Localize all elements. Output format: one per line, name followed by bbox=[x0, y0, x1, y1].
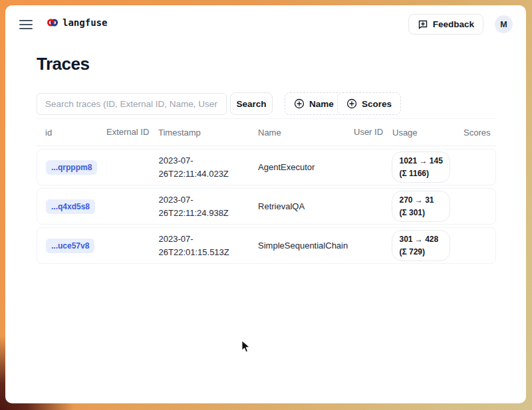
brand[interactable]: langfuse bbox=[47, 17, 107, 28]
trace-id-cell: ...uce57v8 bbox=[37, 239, 102, 253]
mouse-pointer bbox=[241, 340, 251, 354]
column-header-id[interactable]: id bbox=[37, 128, 101, 138]
feedback-label: Feedback bbox=[433, 19, 474, 29]
app-window: langfuse Feedback M Traces Search Name bbox=[5, 5, 526, 403]
search-input[interactable] bbox=[37, 93, 227, 115]
plus-circle-icon bbox=[346, 98, 357, 109]
usage-badge: 1021 → 145 (Σ 1166) bbox=[392, 152, 450, 183]
timestamp-cell: 2023-07-26T22:01:15.513Z bbox=[154, 233, 253, 258]
filter-name-button[interactable]: Name bbox=[285, 92, 343, 115]
controls-row: Search Name Scores bbox=[37, 92, 496, 115]
feedback-icon bbox=[418, 19, 428, 30]
usage-cell: 270 → 31 (Σ 301) bbox=[386, 191, 457, 222]
timestamp-cell: 2023-07-26T22:11:24.938Z bbox=[154, 193, 253, 219]
filter-name-label: Name bbox=[309, 99, 334, 109]
brand-name: langfuse bbox=[63, 17, 107, 28]
traces-table: id External ID Timestamp Name User ID Us… bbox=[37, 118, 496, 264]
page-title: Traces bbox=[37, 54, 89, 74]
table-header-row: id External ID Timestamp Name User ID Us… bbox=[37, 118, 496, 146]
trace-id-link[interactable]: ...uce57v8 bbox=[46, 239, 94, 253]
filter-scores-label: Scores bbox=[362, 99, 392, 109]
column-header-scores[interactable]: Scores bbox=[458, 128, 496, 138]
trace-id-link[interactable]: ...qrpppm8 bbox=[46, 160, 97, 175]
table-row[interactable]: ...qrpppm8 2023-07-26T22:11:44.023Z Agen… bbox=[37, 149, 496, 185]
name-cell: RetrievalQA bbox=[253, 200, 348, 213]
column-header-usage[interactable]: Usage bbox=[387, 128, 458, 138]
table-body: ...qrpppm8 2023-07-26T22:11:44.023Z Agen… bbox=[37, 149, 496, 264]
column-header-user-id[interactable]: User ID bbox=[348, 126, 387, 139]
langfuse-logo-icon bbox=[47, 18, 58, 27]
column-header-external-id[interactable]: External ID bbox=[101, 126, 153, 139]
avatar[interactable]: M bbox=[495, 15, 513, 33]
plus-circle-icon bbox=[294, 98, 305, 109]
menu-icon[interactable] bbox=[19, 18, 33, 31]
usage-badge: 270 → 31 (Σ 301) bbox=[392, 191, 450, 222]
trace-id-cell: ...qrpppm8 bbox=[37, 160, 102, 175]
usage-cell: 1021 → 145 (Σ 1166) bbox=[386, 152, 457, 183]
trace-id-cell: ...q4xd5s8 bbox=[37, 199, 102, 214]
table-row[interactable]: ...uce57v8 2023-07-26T22:01:15.513Z Simp… bbox=[37, 227, 496, 264]
usage-badge: 301 → 428 (Σ 729) bbox=[392, 230, 450, 261]
search-button[interactable]: Search bbox=[230, 92, 273, 115]
filter-scores-button[interactable]: Scores bbox=[337, 92, 401, 115]
name-cell: SimpleSequentialChain bbox=[253, 239, 348, 253]
column-header-timestamp[interactable]: Timestamp bbox=[153, 128, 253, 138]
column-header-name[interactable]: Name bbox=[253, 128, 348, 138]
name-cell: AgentExecutor bbox=[253, 161, 348, 174]
avatar-initial: M bbox=[500, 20, 507, 29]
trace-id-link[interactable]: ...q4xd5s8 bbox=[46, 199, 95, 214]
timestamp-cell: 2023-07-26T22:11:44.023Z bbox=[154, 154, 253, 180]
usage-cell: 301 → 428 (Σ 729) bbox=[386, 230, 457, 261]
topbar: langfuse Feedback M bbox=[5, 5, 526, 48]
feedback-button[interactable]: Feedback bbox=[408, 14, 483, 35]
table-row[interactable]: ...q4xd5s8 2023-07-26T22:11:24.938Z Retr… bbox=[37, 188, 496, 225]
